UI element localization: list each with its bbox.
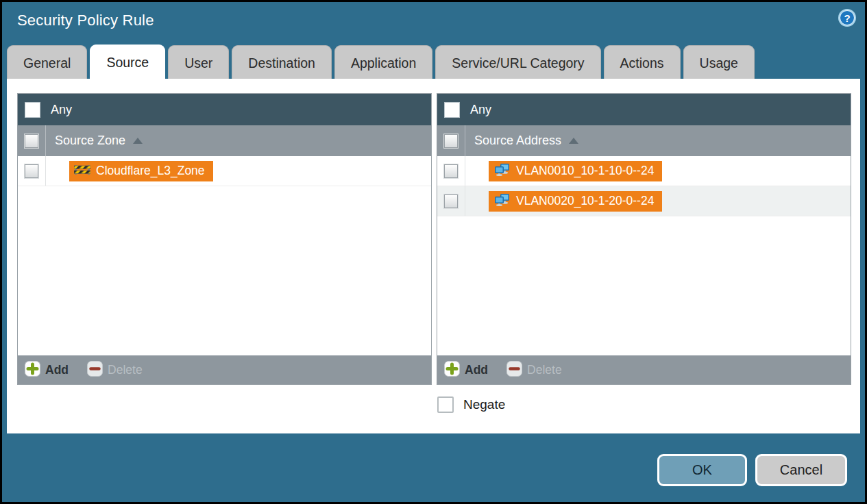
source-zone-select-all-checkbox[interactable] <box>25 134 38 148</box>
source-zone-any-label: Any <box>51 103 72 117</box>
source-zone-row[interactable]: Cloudflare_L3_Zone <box>18 156 431 186</box>
dialog-title: Security Policy Rule <box>17 12 154 29</box>
tab-bar: General Source User Destination Applicat… <box>7 45 860 79</box>
source-address-column-header[interactable]: Source Address <box>437 125 851 156</box>
source-address-any-checkbox[interactable] <box>444 102 460 118</box>
zone-name: Cloudflare_L3_Zone <box>96 164 205 178</box>
zone-icon <box>74 164 90 179</box>
dialog-footer: OK Cancel <box>2 433 865 502</box>
dialog-window: Security Policy Rule ? General Source Us… <box>2 2 865 502</box>
address-name: VLAN0020_10-1-20-0--24 <box>516 194 654 208</box>
tab-source[interactable]: Source <box>90 45 165 80</box>
source-address-select-all-checkbox[interactable] <box>444 134 458 148</box>
source-address-any-label: Any <box>470 103 491 117</box>
minus-icon <box>87 361 103 379</box>
plus-icon <box>25 361 40 379</box>
source-address-panel: Any Source Address <box>437 93 851 385</box>
address-object-tag[interactable]: VLAN0020_10-1-20-0--24 <box>489 191 662 212</box>
address-name: VLAN0010_10-1-10-0--24 <box>516 164 654 178</box>
source-zone-any-bar: Any <box>18 94 431 125</box>
negate-checkbox[interactable] <box>437 396 454 413</box>
help-icon[interactable]: ? <box>838 8 857 27</box>
source-address-row[interactable]: VLAN0010_10-1-10-0--24 <box>437 156 851 186</box>
source-address-delete-button[interactable]: Delete <box>506 361 562 379</box>
source-zone-add-button[interactable]: Add <box>25 361 69 379</box>
source-address-list: VLAN0010_10-1-10-0--24 <box>437 156 851 355</box>
negate-label: Negate <box>463 397 505 412</box>
tab-actions[interactable]: Actions <box>604 45 681 79</box>
row-checkbox[interactable] <box>25 164 38 178</box>
title-bar: Security Policy Rule ? <box>2 2 865 43</box>
security-policy-rule-dialog: Security Policy Rule ? General Source Us… <box>0 0 867 504</box>
plus-icon <box>444 361 460 379</box>
source-address-row[interactable]: VLAN0020_10-1-20-0--24 <box>437 186 851 216</box>
network-address-icon <box>493 163 511 179</box>
sort-asc-icon <box>569 138 578 144</box>
source-zone-header-label: Source Zone <box>55 134 125 148</box>
source-zone-column-header[interactable]: Source Zone <box>18 125 431 156</box>
cancel-button[interactable]: Cancel <box>755 454 847 486</box>
row-checkbox[interactable] <box>444 194 458 208</box>
tab-service-url-category[interactable]: Service/URL Category <box>435 45 600 79</box>
sort-asc-icon <box>133 138 143 144</box>
address-object-tag[interactable]: VLAN0010_10-1-10-0--24 <box>489 161 662 181</box>
source-zone-footer: Add Delete <box>18 355 431 384</box>
source-address-footer: Add Delete <box>437 355 851 384</box>
negate-control: Negate <box>437 396 505 413</box>
source-zone-any-checkbox[interactable] <box>25 102 40 118</box>
source-address-any-bar: Any <box>437 94 851 125</box>
tab-usage[interactable]: Usage <box>683 45 755 79</box>
svg-text:?: ? <box>844 12 850 24</box>
tab-user[interactable]: User <box>168 45 229 79</box>
tab-destination[interactable]: Destination <box>232 45 332 79</box>
network-address-icon <box>493 193 511 210</box>
source-address-add-button[interactable]: Add <box>444 361 488 379</box>
ok-button[interactable]: OK <box>657 454 747 486</box>
source-zone-list: Cloudflare_L3_Zone <box>18 156 431 355</box>
tab-general[interactable]: General <box>7 45 87 79</box>
zone-object-tag[interactable]: Cloudflare_L3_Zone <box>69 161 213 181</box>
source-tab-content: Any Source Zone <box>7 79 860 433</box>
tab-application[interactable]: Application <box>334 45 432 79</box>
source-zone-panel: Any Source Zone <box>17 93 432 385</box>
row-checkbox[interactable] <box>444 164 458 178</box>
source-address-header-label: Source Address <box>474 134 561 148</box>
minus-icon <box>506 361 522 379</box>
source-zone-delete-button[interactable]: Delete <box>87 361 143 379</box>
